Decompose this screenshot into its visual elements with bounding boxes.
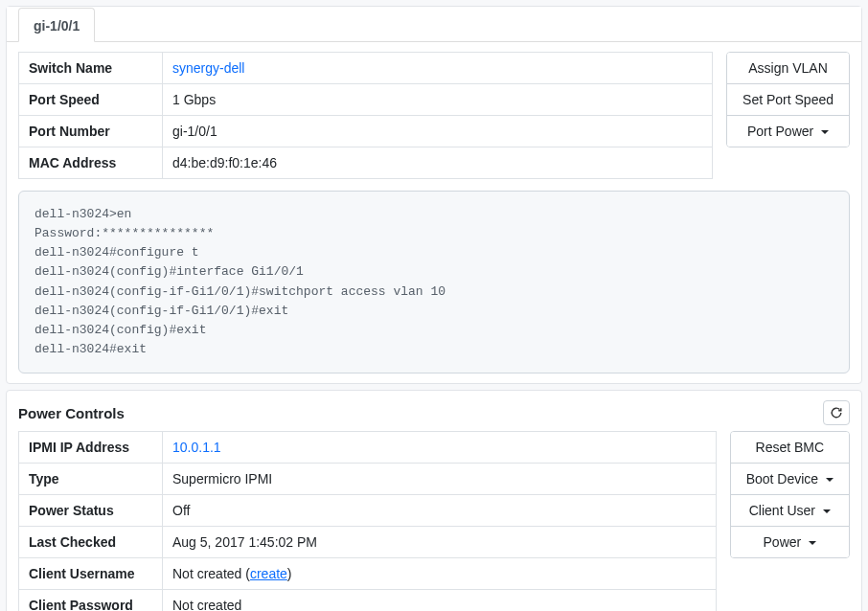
last-checked-label: Last Checked xyxy=(19,527,163,558)
power-controls-panel: Power Controls IPMI IP Address 10.0.1.1 … xyxy=(6,390,862,611)
client-password-value: Not created xyxy=(163,590,717,611)
table-row: IPMI IP Address 10.0.1.1 xyxy=(19,432,717,464)
set-port-speed-button[interactable]: Set Port Speed xyxy=(727,83,849,115)
ipmi-type-label: Type xyxy=(19,464,163,495)
reset-bmc-button[interactable]: Reset BMC xyxy=(731,432,849,463)
client-password-label: Client Password xyxy=(19,590,163,611)
table-row: MAC Address d4:be:d9:f0:1e:46 xyxy=(19,147,713,179)
ipmi-ip-link[interactable]: 10.0.1.1 xyxy=(172,440,221,455)
port-info-table: Switch Name synergy-dell Port Speed 1 Gb… xyxy=(18,52,713,179)
table-row: Port Speed 1 Gbps xyxy=(19,84,713,116)
client-username-value: Not created (create) xyxy=(163,558,717,590)
chevron-down-icon xyxy=(809,541,816,545)
port-panel: gi-1/0/1 Switch Name synergy-dell Port S… xyxy=(6,6,862,384)
switch-name-link[interactable]: synergy-dell xyxy=(172,60,244,76)
power-status-label: Power Status xyxy=(19,495,163,527)
table-row: Switch Name synergy-dell xyxy=(19,53,713,84)
power-info-table: IPMI IP Address 10.0.1.1 Type Supermicro… xyxy=(18,431,717,611)
power-controls-title: Power Controls xyxy=(18,405,125,421)
port-speed-value: 1 Gbps xyxy=(163,84,713,116)
port-number-label: Port Number xyxy=(19,116,163,147)
chevron-down-icon xyxy=(826,478,834,482)
assign-vlan-button[interactable]: Assign VLAN xyxy=(727,53,849,83)
power-status-value: Off xyxy=(163,495,717,527)
last-checked-value: Aug 5, 2017 1:45:02 PM xyxy=(163,527,717,558)
client-username-label: Client Username xyxy=(19,558,163,590)
port-speed-label: Port Speed xyxy=(19,84,163,116)
table-row: Client Password Not created xyxy=(19,590,717,611)
port-tab-label: gi-1/0/1 xyxy=(34,18,80,34)
table-row: Power Status Off xyxy=(19,495,717,527)
port-tab-row: gi-1/0/1 xyxy=(7,7,861,42)
mac-address-value: d4:be:d9:f0:1e:46 xyxy=(163,147,713,179)
switch-name-label: Switch Name xyxy=(19,53,163,84)
port-tab[interactable]: gi-1/0/1 xyxy=(18,8,95,42)
table-row: Last Checked Aug 5, 2017 1:45:02 PM xyxy=(19,527,717,558)
port-number-value: gi-1/0/1 xyxy=(163,116,713,147)
port-power-dropdown[interactable]: Port Power xyxy=(727,115,849,147)
boot-device-dropdown[interactable]: Boot Device xyxy=(731,463,849,494)
chevron-down-icon xyxy=(823,509,831,513)
table-row: Type Supermicro IPMI xyxy=(19,464,717,495)
ipmi-ip-label: IPMI IP Address xyxy=(19,432,163,464)
terminal-output: dell-n3024>en Password:*************** d… xyxy=(18,191,850,373)
refresh-button[interactable] xyxy=(823,400,850,425)
power-action-buttons: Reset BMC Boot Device Client User Power xyxy=(730,431,850,558)
create-client-user-link[interactable]: create xyxy=(250,566,287,581)
power-dropdown[interactable]: Power xyxy=(731,526,849,557)
refresh-icon xyxy=(830,406,843,419)
table-row: Client Username Not created (create) xyxy=(19,558,717,590)
table-row: Port Number gi-1/0/1 xyxy=(19,116,713,147)
port-action-buttons: Assign VLAN Set Port Speed Port Power xyxy=(726,52,850,147)
client-user-dropdown[interactable]: Client User xyxy=(731,494,849,526)
mac-address-label: MAC Address xyxy=(19,147,163,179)
ipmi-type-value: Supermicro IPMI xyxy=(163,464,717,495)
chevron-down-icon xyxy=(821,130,829,134)
